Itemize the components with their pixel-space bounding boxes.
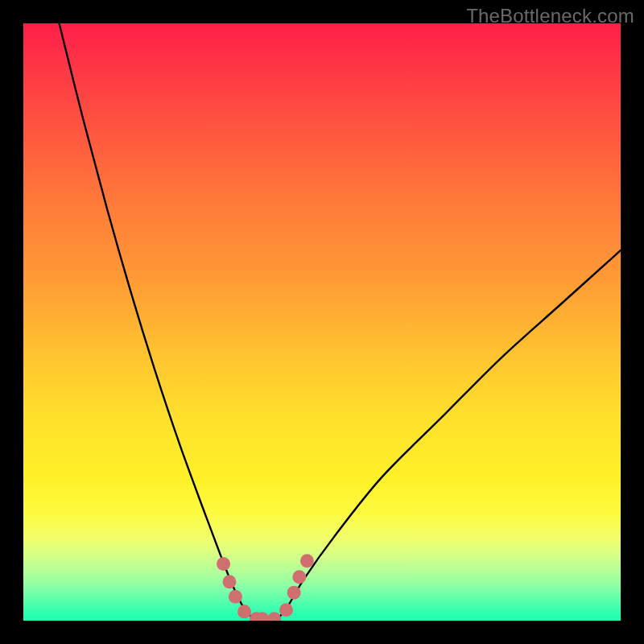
highlight-dot: [267, 612, 281, 621]
highlight-dot: [222, 575, 236, 588]
highlight-dot: [300, 554, 314, 568]
highlight-dot: [229, 590, 242, 604]
highlight-dot: [237, 605, 251, 618]
bottleneck-curve: [60, 23, 621, 621]
highlight-dot: [279, 603, 293, 617]
highlight-dot: [287, 586, 301, 600]
curve-layer: [23, 23, 621, 621]
chart-stage: TheBottleneck.com: [0, 0, 644, 644]
highlight-dot: [217, 557, 230, 571]
highlight-dot: [292, 570, 306, 584]
plot-area: [23, 23, 621, 621]
